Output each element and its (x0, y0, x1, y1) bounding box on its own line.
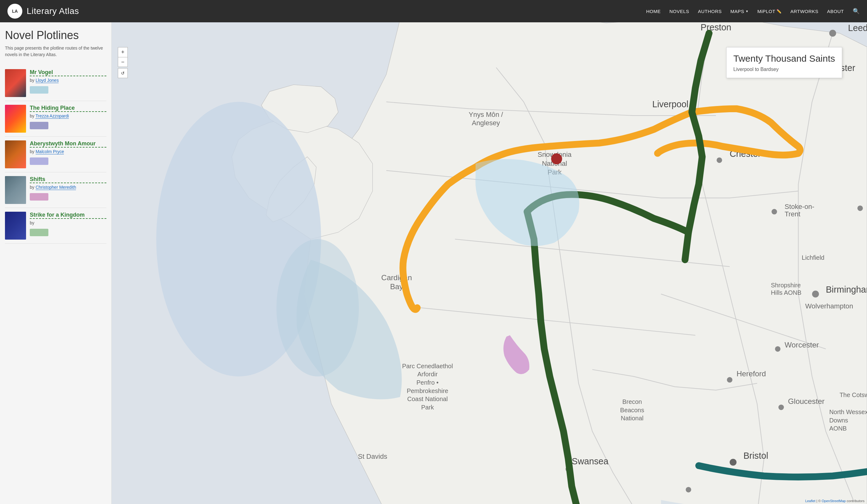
svg-point-11 (857, 205, 863, 211)
novel-author-line-mr-vogel: by Lloyd Jones (30, 77, 106, 83)
svg-text:Downs: Downs (829, 417, 848, 424)
list-item: Shiftsby Christopher Meredith (5, 172, 106, 208)
map-container[interactable]: Preston Leeds Liverpool Manchester Sheff… (111, 22, 867, 504)
novel-info-hiding-place: The Hiding Placeby Trezza Azzopardi (30, 105, 106, 129)
novel-list: Mr Vogelby Lloyd JonesThe Hiding Placeby… (5, 65, 106, 244)
svg-text:Ynys Môn /: Ynys Môn / (469, 111, 504, 118)
novel-author-mr-vogel[interactable]: Lloyd Jones (36, 78, 59, 83)
novel-title-shifts[interactable]: Shifts (30, 176, 106, 183)
svg-text:Penfro •: Penfro • (416, 379, 438, 386)
list-item: The Hiding Placeby Trezza Azzopardi (5, 101, 106, 137)
reset-button[interactable]: ↺ (118, 68, 128, 78)
svg-text:Birmingham: Birmingham (826, 285, 867, 294)
svg-text:Gloucester: Gloucester (788, 397, 825, 405)
svg-point-18 (778, 405, 784, 410)
novel-author-aberystwyth[interactable]: Malcolm Pryce (36, 149, 64, 154)
svg-text:Stoke-on-: Stoke-on- (784, 203, 814, 211)
novel-cover-hiding-place (5, 105, 26, 133)
svg-text:Anglesey: Anglesey (472, 119, 500, 127)
nav-miplot[interactable]: MiPLOT ✏️ (757, 9, 782, 14)
nav-authors[interactable]: AUTHORS (698, 9, 722, 14)
novel-author-line-strike: by (30, 220, 106, 226)
svg-text:Arfordir: Arfordir (417, 371, 438, 377)
svg-text:Hills AONB: Hills AONB (771, 289, 802, 296)
svg-text:Liverpool: Liverpool (652, 99, 688, 109)
svg-point-5 (829, 30, 836, 36)
novel-author-line-hiding-place: by Trezza Azzopardi (30, 113, 106, 119)
svg-text:Trent: Trent (784, 210, 800, 218)
app-title: Literary Atlas (27, 6, 79, 16)
osm-link[interactable]: OpenStreetMap (822, 499, 846, 503)
nav-novels[interactable]: NOVELS (670, 9, 689, 14)
svg-text:St Davids: St Davids (358, 452, 387, 460)
svg-point-19 (730, 459, 737, 465)
novel-info-aberystwyth: Aberystwyth Mon Amourby Malcolm Pryce (30, 140, 106, 165)
search-icon: 🔍 (853, 8, 860, 14)
main-nav: HOME NOVELS AUTHORS MAPS ▼ MiPLOT ✏️ ART… (646, 8, 859, 14)
logo-icon[interactable]: LA (8, 4, 22, 19)
novel-swatch-shifts[interactable] (30, 193, 49, 201)
svg-text:Beacons: Beacons (620, 407, 644, 414)
nav-artworks[interactable]: ARTWORKS (790, 9, 818, 14)
nav-home[interactable]: HOME (646, 9, 661, 14)
svg-text:Shropshire: Shropshire (771, 282, 801, 289)
novel-author-hiding-place[interactable]: Trezza Azzopardi (35, 114, 69, 119)
svg-point-9 (717, 158, 722, 163)
svg-text:Worcester: Worcester (784, 341, 819, 349)
nav-maps[interactable]: MAPS ▼ (730, 9, 749, 14)
zoom-out-button[interactable]: − (118, 57, 128, 67)
svg-text:Brecon: Brecon (622, 398, 642, 405)
svg-text:Parc Cenedlaethol: Parc Cenedlaethol (402, 363, 453, 369)
svg-text:Pembrokeshire: Pembrokeshire (407, 387, 448, 394)
novel-title-mr-vogel[interactable]: Mr Vogel (30, 69, 106, 76)
svg-point-21 (686, 487, 691, 493)
map-controls: + − ↺ (118, 47, 128, 78)
svg-text:National: National (621, 415, 643, 421)
list-item: Strike for a Kingdomby (5, 208, 106, 244)
maps-dropdown-arrow: ▼ (746, 10, 749, 13)
svg-text:Hereford: Hereford (737, 369, 766, 378)
svg-point-17 (727, 377, 732, 383)
sidebar-description: This page presents the plotline routes o… (5, 45, 106, 58)
sidebar-title: Novel Plotlines (5, 29, 106, 42)
svg-text:Bristol: Bristol (743, 451, 768, 461)
sidebar: Novel Plotlines This page presents the p… (0, 22, 111, 504)
svg-text:Park: Park (421, 404, 434, 411)
svg-text:Swansea: Swansea (572, 456, 608, 466)
svg-text:Coast National: Coast National (407, 396, 448, 402)
svg-text:Leeds: Leeds (848, 23, 867, 33)
svg-text:Wolverhampton: Wolverhampton (805, 302, 853, 310)
list-item: Aberystwyth Mon Amourby Malcolm Pryce (5, 137, 106, 172)
nav-about[interactable]: ABOUT (827, 9, 844, 14)
list-item: Mr Vogelby Lloyd Jones (5, 65, 106, 101)
svg-text:AONB: AONB (829, 425, 847, 432)
logo-text: LA (12, 9, 18, 13)
novel-cover-strike (5, 212, 26, 239)
svg-point-13 (812, 291, 819, 298)
novel-swatch-strike[interactable] (30, 229, 49, 236)
novel-swatch-hiding-place[interactable] (30, 122, 49, 129)
novel-title-strike[interactable]: Strike for a Kingdom (30, 212, 106, 219)
pencil-icon: ✏️ (777, 9, 782, 14)
main-content: Novel Plotlines This page presents the p… (0, 22, 867, 504)
svg-text:The Cotswolds: The Cotswolds (839, 392, 867, 398)
novel-cover-shifts (5, 176, 26, 204)
novel-info-strike: Strike for a Kingdomby (30, 212, 106, 236)
novel-info-mr-vogel: Mr Vogelby Lloyd Jones (30, 69, 106, 94)
zoom-in-button[interactable]: + (118, 47, 128, 57)
leaflet-link[interactable]: Leaflet (805, 499, 815, 503)
novel-swatch-aberystwyth[interactable] (30, 158, 49, 165)
svg-text:Lichfield: Lichfield (802, 254, 825, 261)
popup-title: Twenty Thousand Saints (734, 53, 835, 64)
header-left: LA Literary Atlas (8, 4, 79, 19)
novel-author-shifts[interactable]: Christopher Meredith (36, 185, 76, 190)
novel-title-aberystwyth[interactable]: Aberystwyth Mon Amour (30, 140, 106, 148)
nav-search[interactable]: 🔍 (853, 8, 860, 14)
app-header: LA Literary Atlas HOME NOVELS AUTHORS MA… (0, 0, 867, 22)
svg-point-10 (771, 209, 777, 214)
svg-point-76 (551, 153, 562, 164)
attribution-contributors: contributors (847, 499, 865, 503)
novel-swatch-mr-vogel[interactable] (30, 86, 49, 94)
novel-title-hiding-place[interactable]: The Hiding Place (30, 105, 106, 112)
svg-text:Preston: Preston (700, 22, 731, 32)
